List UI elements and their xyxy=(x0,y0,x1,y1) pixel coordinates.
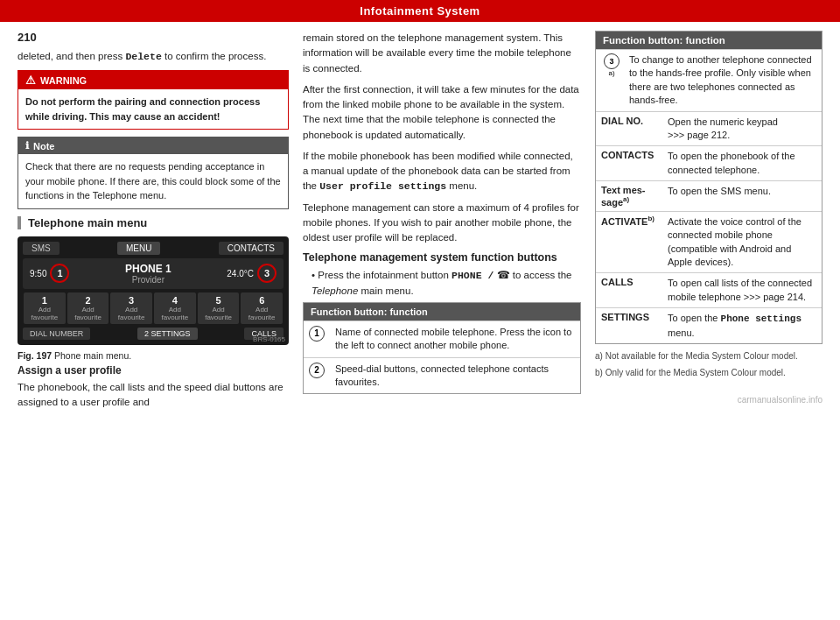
phone-name: PHONE 1 xyxy=(125,263,172,275)
phone-circle-3[interactable]: 3 xyxy=(257,264,276,283)
circle-2-icon: 2 xyxy=(309,363,325,378)
row3-sup: a) xyxy=(608,69,614,77)
phone-tab-contacts[interactable]: CONTACTS xyxy=(219,242,284,255)
mid-para4: Telephone management can store a maximum… xyxy=(303,201,581,246)
function-desc-1: Name of connected mobile telephone. Pres… xyxy=(330,321,580,357)
function-table-mid: Function button: function 1 Name of conn… xyxy=(303,302,581,395)
phone-btn-3[interactable]: 3Add favourite xyxy=(110,292,152,324)
phone-tab-menu[interactable]: MENU xyxy=(117,242,160,255)
right-row-3: 3 a) To change to another telephone conn… xyxy=(596,49,822,111)
function-row-1: 1 Name of connected mobile telephone. Pr… xyxy=(304,321,580,357)
intro-text: deleted, and then press Delete to confir… xyxy=(18,49,289,64)
warning-body: Do not perform the pairing and connectio… xyxy=(18,89,288,129)
right-label-dial: DIAL NO. xyxy=(601,116,661,126)
circle-3-icon: 3 xyxy=(604,53,620,69)
right-label-activate: ACTIVATEb) xyxy=(601,215,661,228)
function-num-1: 1 xyxy=(304,321,330,346)
mid-column: remain stored on the telephone managemen… xyxy=(303,31,581,611)
right-label-calls: CALLS xyxy=(601,277,661,287)
right-table-header: Function button: function xyxy=(596,32,822,49)
phone-bottom-dial[interactable]: DIAL NUMBER xyxy=(23,328,90,340)
note-label: Note xyxy=(33,141,54,151)
phone-time: 9:50 xyxy=(30,269,46,278)
fig-text: Phone main menu. xyxy=(54,350,131,361)
right-row-dial: DIAL NO. Open the numeric keypad >>> pag… xyxy=(596,111,822,146)
phone-circle-1[interactable]: 1 xyxy=(50,264,69,283)
right-desc-dial: Open the numeric keypad >>> page 212. xyxy=(668,116,816,143)
function-row-2: 2 Speed-dial buttons, connected telephon… xyxy=(304,357,580,394)
phone-btn-6[interactable]: 6Add favourite xyxy=(241,292,283,324)
content-area: 210 deleted, and then press Delete to co… xyxy=(0,22,840,620)
warning-box: ⚠ WARNING Do not perform the pairing and… xyxy=(18,70,289,130)
right-row-settings: SETTINGS To open the Phone settings menu… xyxy=(596,307,822,343)
function-table-mid-header: Function button: function xyxy=(304,303,580,321)
barcode: BRS-0165 xyxy=(253,335,285,343)
right-column: Function button: function 3 a) To change… xyxy=(595,31,822,611)
footnote-a: a) Not available for the Media System Co… xyxy=(595,349,822,363)
right-desc-contacts: To open the phonebook of the connected t… xyxy=(668,150,816,177)
right-row-3-icon: 3 a) xyxy=(601,53,622,77)
phone-top-bar: SMS MENU CONTACTS xyxy=(23,242,284,255)
mid-para3: If the mobile phonebook has been modifie… xyxy=(303,149,581,194)
fig-caption: Fig. 197 Phone main menu. xyxy=(18,350,289,361)
phone-center: 9:50 1 PHONE 1 Provider 24.0°C xyxy=(23,258,284,289)
phone-temp: 24.0°C xyxy=(227,269,254,278)
top-bar: Infotainment System xyxy=(0,0,840,22)
right-label-settings: SETTINGS xyxy=(601,312,661,322)
assign-title: Assign a user profile xyxy=(18,364,289,377)
right-desc-calls: To open call lists of the connected mobi… xyxy=(668,277,816,304)
mid-section-title: Telephone management system function but… xyxy=(303,251,581,264)
warning-header: ⚠ WARNING xyxy=(18,71,288,89)
note-info-icon: ℹ xyxy=(25,140,29,151)
circle-1-icon: 1 xyxy=(309,326,325,342)
function-desc-2: Speed-dial buttons, connected telephone … xyxy=(330,358,580,394)
phone-info: PHONE 1 Provider xyxy=(125,263,172,285)
page-number: 210 xyxy=(18,31,289,44)
phone-ui: SMS MENU CONTACTS 9:50 1 PHONE xyxy=(18,236,289,345)
right-row-activate: ACTIVATEb) Activate the voice control of… xyxy=(596,211,822,273)
right-label-text: Text mes-sagea) xyxy=(601,185,661,208)
right-desc-text: To open the SMS menu. xyxy=(668,185,816,198)
right-desc-activate: Activate the voice control of the connec… xyxy=(668,215,816,270)
left-column: 210 deleted, and then press Delete to co… xyxy=(18,31,289,611)
phone-bottom-s2[interactable]: 2 SETTINGS xyxy=(137,328,198,340)
right-row-text: Text mes-sagea) To open the SMS menu. xyxy=(596,180,822,211)
footnote-b: b) Only valid for the Media System Colou… xyxy=(595,366,822,379)
page: Infotainment System 210 deleted, and the… xyxy=(0,0,840,620)
phone-btn-4[interactable]: 4Add favourite xyxy=(154,292,196,324)
phone-buttons-row: 1Add favourite 2Add favourite 3Add favou… xyxy=(23,292,284,324)
phone-btn-5[interactable]: 5Add favourite xyxy=(198,292,240,324)
warning-triangle-icon: ⚠ xyxy=(25,74,36,87)
note-header: ℹ Note xyxy=(18,137,288,154)
phone-btn-2[interactable]: 2Add favourite xyxy=(67,292,109,324)
right-row-calls: CALLS To open call lists of the connecte… xyxy=(596,272,822,307)
phone-provider: Provider xyxy=(125,275,172,285)
fig-label: Fig. 197 xyxy=(18,350,52,361)
phone-bottom-bar: DIAL NUMBER 2 SETTINGS CALLS xyxy=(23,328,284,340)
mid-bullet: Press the infotainment button PHONE / ☎ … xyxy=(312,268,581,299)
phone-right-info: 24.0°C 3 xyxy=(227,264,276,283)
warning-text: Do not perform the pairing and connectio… xyxy=(25,96,260,122)
warning-label: WARNING xyxy=(40,75,87,86)
right-row-contacts: CONTACTS To open the phonebook of the co… xyxy=(596,145,822,180)
right-function-table: Function button: function 3 a) To change… xyxy=(595,31,822,344)
phone-tab-sms[interactable]: SMS xyxy=(23,242,60,255)
note-box: ℹ Note Check that there are no requests … xyxy=(18,137,289,209)
phone-btn-1[interactable]: 1Add favourite xyxy=(24,292,66,324)
right-row-3-desc: To change to another telephone connected… xyxy=(629,53,816,108)
right-desc-settings: To open the Phone settings menu. xyxy=(668,312,816,340)
note-body: Check that there are no requests pending… xyxy=(18,154,288,208)
mid-para2: After the first connection, it will take… xyxy=(303,82,581,143)
top-bar-title: Infotainment System xyxy=(360,4,480,18)
function-num-2: 2 xyxy=(304,358,330,383)
phone-ui-wrapper: SMS MENU CONTACTS 9:50 1 PHONE xyxy=(18,236,289,345)
right-label-contacts: CONTACTS xyxy=(601,150,661,160)
watermark: carmanualsonline.info xyxy=(595,393,822,405)
telephone-main-menu-title: Telephone main menu xyxy=(18,216,289,229)
assign-text: The phonebook, the call lists and the sp… xyxy=(18,380,289,411)
mid-para1: remain stored on the telephone managemen… xyxy=(303,31,581,76)
